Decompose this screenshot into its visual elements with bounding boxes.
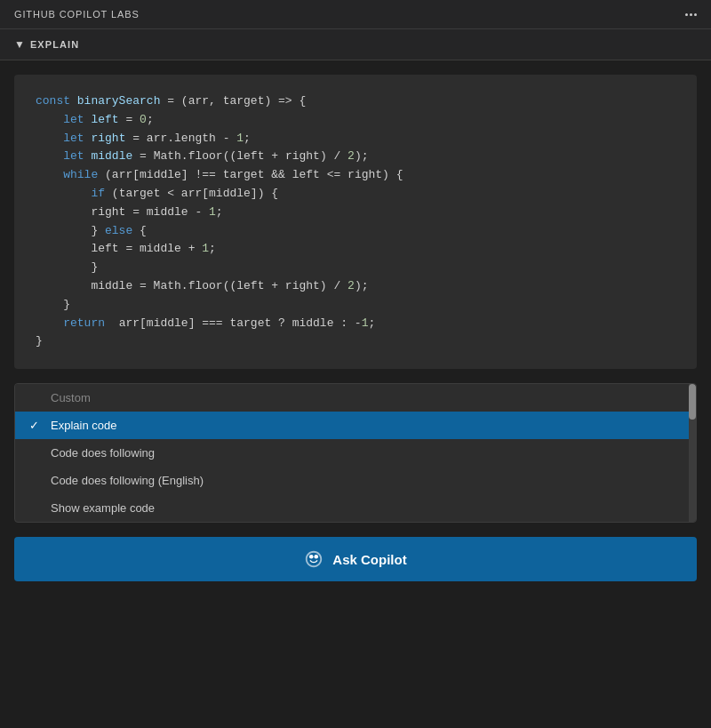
ask-copilot-button[interactable]: Ask Copilot xyxy=(14,537,697,581)
dropdown-item-label: Explain code xyxy=(51,419,116,432)
dropdown-item-label: Custom xyxy=(51,391,91,404)
dot-2 xyxy=(690,13,692,16)
dropdown-item-custom[interactable]: Custom xyxy=(15,384,696,412)
dropdown-item-label: Show example code xyxy=(51,501,155,515)
svg-point-0 xyxy=(309,555,314,559)
section-header[interactable]: ▼ EXPLAIN xyxy=(0,29,711,60)
dropdown-item-explain-code[interactable]: ✓Explain code xyxy=(15,412,696,439)
scrollbar[interactable] xyxy=(689,384,696,522)
code-editor: const binarySearch = (arr, target) => { … xyxy=(14,75,697,369)
dropdown-item-label: Code does following xyxy=(51,446,155,460)
code-line: } else { xyxy=(36,222,675,241)
dropdown-item-code-does-following[interactable]: Code does following xyxy=(15,439,696,467)
dot-1 xyxy=(685,13,688,16)
svg-point-1 xyxy=(315,555,319,559)
panel-title: GITHUB COPILOT LABS xyxy=(14,9,140,20)
code-line: let left = 0; xyxy=(36,111,675,130)
code-line: if (target < arr[middle]) { xyxy=(36,185,675,204)
code-line: left = middle + 1; xyxy=(36,240,675,259)
code-line: middle = Math.floor((left + right) / 2); xyxy=(36,277,675,296)
code-line: } xyxy=(36,259,675,277)
scrollbar-thumb[interactable] xyxy=(689,384,696,420)
code-line: const binarySearch = (arr, target) => { xyxy=(36,92,675,111)
dot-3 xyxy=(694,13,697,16)
code-line: } xyxy=(36,332,675,351)
code-line: right = middle - 1; xyxy=(36,204,675,222)
more-options-button[interactable] xyxy=(685,13,697,16)
check-icon: ✓ xyxy=(29,419,44,432)
panel-header: GITHUB COPILOT LABS xyxy=(0,0,711,29)
code-line: } xyxy=(36,296,675,315)
copilot-icon xyxy=(304,549,324,569)
code-line: while (arr[middle] !== target && left <=… xyxy=(36,166,675,185)
dropdown-item-label: Code does following (English) xyxy=(51,474,204,487)
code-line: let middle = Math.floor((left + right) /… xyxy=(36,148,675,166)
dropdown-item-show-example-code[interactable]: Show example code xyxy=(15,494,696,522)
section-title: EXPLAIN xyxy=(30,39,79,50)
code-line: return arr[middle] === target ? middle :… xyxy=(36,315,675,333)
dropdown-item-code-does-following-english[interactable]: Code does following (English) xyxy=(15,467,696,494)
ask-button-label: Ask Copilot xyxy=(332,552,406,567)
code-line: let right = arr.length - 1; xyxy=(36,130,675,148)
dropdown-menu: Custom✓Explain codeCode does followingCo… xyxy=(14,383,697,523)
chevron-down-icon: ▼ xyxy=(14,38,25,51)
